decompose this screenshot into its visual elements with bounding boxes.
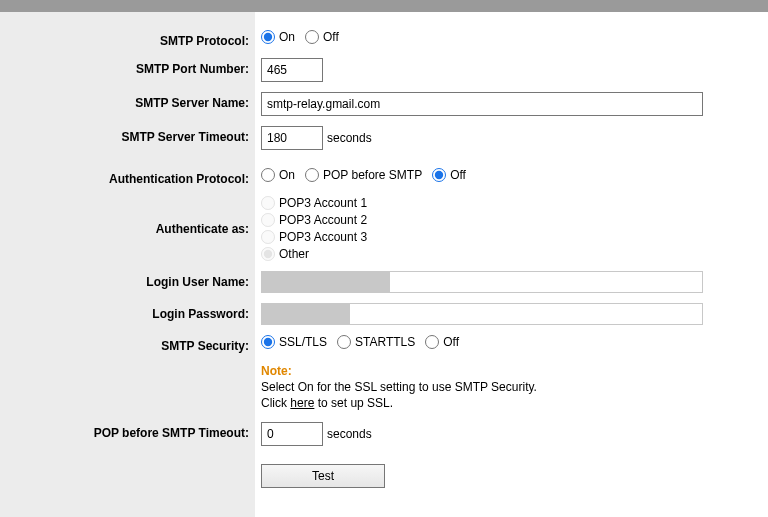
smtp-port-input[interactable] [261,58,323,82]
auth-protocol-pop[interactable]: POP before SMTP [305,168,422,182]
option-label: Off [443,335,459,349]
option-label: Other [279,247,309,261]
security-starttls[interactable]: STARTTLS [337,335,415,349]
label-smtp-protocol: SMTP Protocol: [0,30,255,48]
option-label: POP3 Account 2 [279,213,367,227]
option-label: Off [450,168,466,182]
label-smtp-server: SMTP Server Name: [0,92,255,110]
settings-form: SMTP Protocol: On Off SMTP Port Number: … [0,12,768,488]
smtp-server-input[interactable] [261,92,703,116]
auth-protocol-off[interactable]: Off [432,168,466,182]
option-label: Off [323,30,339,44]
label-smtp-port: SMTP Port Number: [0,58,255,76]
note-line1: Select On for the SSL setting to use SMT… [261,379,537,395]
note-title: Note: [261,363,537,379]
ssl-setup-link[interactable]: here [290,396,314,410]
note-line2: Click here to set up SSL. [261,395,537,411]
label-note-spacer [0,363,255,381]
option-label: POP3 Account 3 [279,230,367,244]
auth-as-other: Other [261,247,367,261]
auth-as-pop3-2: POP3 Account 2 [261,213,367,227]
auth-as-pop3-1: POP3 Account 1 [261,196,367,210]
seconds-suffix: seconds [327,427,372,441]
label-smtp-security: SMTP Security: [0,335,255,353]
label-login-pw: Login Password: [0,303,255,321]
security-ssl-tls[interactable]: SSL/TLS [261,335,327,349]
test-button[interactable]: Test [261,464,385,488]
login-user-input [261,271,703,293]
seconds-suffix: seconds [327,131,372,145]
label-login-user: Login User Name: [0,271,255,289]
option-label: SSL/TLS [279,335,327,349]
label-pop-timeout: POP before SMTP Timeout: [0,422,255,440]
label-authenticate-as: Authenticate as: [0,196,255,236]
smtp-timeout-input[interactable] [261,126,323,150]
label-auth-protocol: Authentication Protocol: [0,168,255,186]
option-label: On [279,168,295,182]
smtp-protocol-off[interactable]: Off [305,30,339,44]
pop-timeout-input[interactable] [261,422,323,446]
login-password-input [261,303,703,325]
option-label: STARTTLS [355,335,415,349]
top-gray-bar [0,0,768,12]
auth-protocol-on[interactable]: On [261,168,295,182]
security-note: Note: Select On for the SSL setting to u… [261,363,537,412]
label-test-spacer [0,464,255,482]
auth-as-pop3-3: POP3 Account 3 [261,230,367,244]
option-label: POP3 Account 1 [279,196,367,210]
option-label: POP before SMTP [323,168,422,182]
label-smtp-timeout: SMTP Server Timeout: [0,126,255,144]
security-off[interactable]: Off [425,335,459,349]
smtp-protocol-on[interactable]: On [261,30,295,44]
option-label: On [279,30,295,44]
